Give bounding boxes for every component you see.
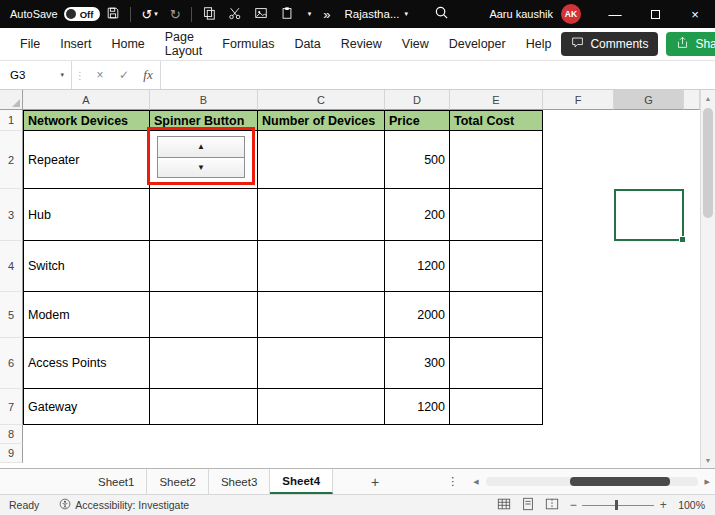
cell-b1[interactable]: Spinner Button [150,110,258,131]
cell-d5[interactable]: 2000 [385,292,450,338]
cell-c1[interactable]: Number of Devices [258,110,385,131]
horizontal-scrollbar[interactable] [486,477,698,486]
vertical-scrollbar[interactable]: ▲ ▼ [700,90,715,468]
cell-e6[interactable] [450,338,543,389]
insert-function-button[interactable]: fx [136,61,160,89]
cell-e3[interactable] [450,189,543,241]
cell-e7[interactable] [450,389,543,425]
row-header-7[interactable]: 7 [0,389,23,425]
scroll-down-button[interactable]: ▼ [701,452,715,468]
vertical-scroll-thumb[interactable] [703,108,713,218]
page-layout-view-button[interactable] [516,495,540,515]
comments-button[interactable]: Comments [561,32,658,56]
undo-button[interactable]: ↺ ▾ [135,0,163,28]
spinner-down-button[interactable]: ▼ [158,158,244,178]
cell-e4[interactable] [450,241,543,292]
accessibility-status-button[interactable]: Accessibility: Investigate [51,498,197,512]
row-header-9[interactable]: 9 [0,444,23,463]
formula-input[interactable] [160,61,715,89]
copy-button[interactable] [196,0,222,28]
select-all-corner[interactable] [0,90,23,110]
column-header-e[interactable]: E [450,90,543,110]
paste-button[interactable] [274,0,300,28]
search-button[interactable] [428,0,455,28]
cell-a3[interactable]: Hub [23,189,150,241]
autosave-switch[interactable]: Off [64,7,101,21]
cancel-button[interactable]: × [88,61,112,89]
selected-cell-g3[interactable] [614,189,684,241]
cell-c6[interactable] [258,338,385,389]
cell-b5[interactable] [150,292,258,338]
cell-d6[interactable]: 300 [385,338,450,389]
cell-d2[interactable]: 500 [385,131,450,189]
cell-c7[interactable] [258,389,385,425]
row-header-2[interactable]: 2 [0,131,23,189]
row-header-5[interactable]: 5 [0,292,23,338]
save-button[interactable] [100,0,126,28]
cell-a2[interactable]: Repeater [23,131,150,189]
picture-button[interactable] [248,0,274,28]
cell-c4[interactable] [258,241,385,292]
hscroll-left-button[interactable]: ◀ [468,469,483,494]
zoom-out-button[interactable]: − [564,498,582,512]
tab-help[interactable]: Help [516,37,562,51]
zoom-in-button[interactable]: + [654,498,672,512]
cell-a1[interactable]: Network Devices [23,110,150,131]
cell-a6[interactable]: Access Points [23,338,150,389]
normal-view-button[interactable] [492,495,516,515]
sheet-tab-sheet2[interactable]: Sheet2 [147,469,208,494]
close-button[interactable]: × [675,0,715,28]
minimize-button[interactable]: — [595,0,635,28]
tab-home[interactable]: Home [101,37,154,51]
sheet-tab-sheet3[interactable]: Sheet3 [209,469,270,494]
cell-d3[interactable]: 200 [385,189,450,241]
tab-file[interactable]: File [10,37,50,51]
cell-e5[interactable] [450,292,543,338]
column-header-g[interactable]: G [614,90,684,110]
spinner-up-button[interactable]: ▲ [158,137,244,158]
workbook-name[interactable]: Rajastha... ▾ [345,8,409,20]
tab-insert[interactable]: Insert [50,37,101,51]
row-header-6[interactable]: 6 [0,338,23,389]
column-header-f[interactable]: F [543,90,614,110]
tab-developer[interactable]: Developer [439,37,516,51]
tab-page-layout[interactable]: Page Layout [155,30,213,58]
sheet-tab-sheet1[interactable]: Sheet1 [86,469,147,494]
sheet-tab-sheet4[interactable]: Sheet4 [270,469,333,494]
row-header-8[interactable]: 8 [0,425,23,444]
horizontal-scroll-thumb[interactable] [570,477,670,486]
cell-c5[interactable] [258,292,385,338]
scroll-up-button[interactable]: ▲ [701,90,715,106]
row-header-3[interactable]: 3 [0,189,23,241]
tab-formulas[interactable]: Formulas [212,37,284,51]
column-header-d[interactable]: D [385,90,450,110]
cell-d7[interactable]: 1200 [385,389,450,425]
zoom-slider-thumb[interactable] [615,500,618,510]
cell-b4[interactable] [150,241,258,292]
maximize-button[interactable] [635,0,675,28]
column-header-b[interactable]: B [150,90,258,110]
name-box-resize-handle[interactable]: ⋮ [72,61,88,89]
zoom-level[interactable]: 100% [672,499,715,511]
cell-e2[interactable] [450,131,543,189]
page-break-view-button[interactable] [540,495,564,515]
cell-a7[interactable]: Gateway [23,389,150,425]
cut-button[interactable] [222,0,248,28]
quick-access-caret-button[interactable]: ▾ [300,0,318,28]
enter-button[interactable]: ✓ [112,61,136,89]
autosave-toggle[interactable]: AutoSave Off [10,7,100,21]
zoom-slider[interactable] [582,495,654,515]
cell-b7[interactable] [150,389,258,425]
cell-a4[interactable]: Switch [23,241,150,292]
share-button[interactable]: Share ▾ [666,32,715,56]
add-sheet-button[interactable]: + [361,469,389,494]
column-header-c[interactable]: C [258,90,385,110]
avatar[interactable]: AK [561,4,581,24]
row-header-4[interactable]: 4 [0,241,23,292]
cell-e1[interactable]: Total Cost [450,110,543,131]
cell-c3[interactable] [258,189,385,241]
sheet-options-button[interactable]: ⋮ [437,469,468,494]
cell-a5[interactable]: Modem [23,292,150,338]
cell-b6[interactable] [150,338,258,389]
redo-button[interactable]: ↻ [164,0,187,28]
